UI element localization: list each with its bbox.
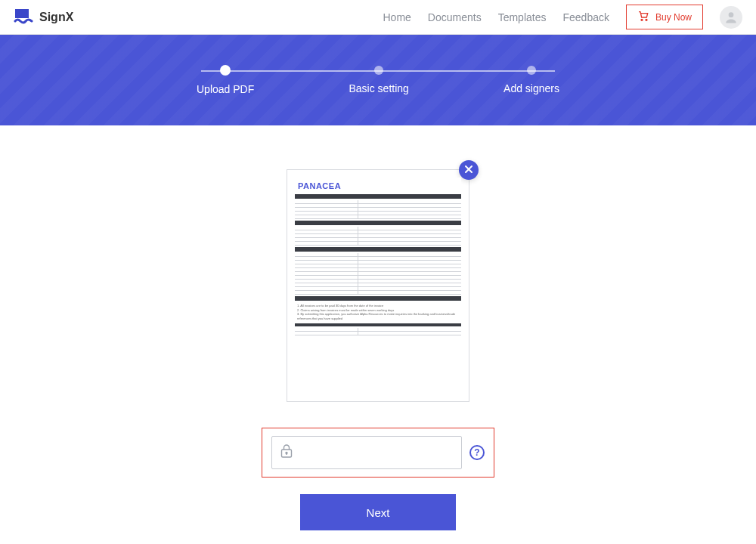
step-dot-icon	[374, 66, 383, 75]
svg-point-1	[641, 19, 643, 20]
lock-icon	[280, 444, 293, 462]
nav-feedback[interactable]: Feedback	[562, 11, 609, 23]
step-basic-setting[interactable]: Basic setting	[349, 66, 408, 94]
password-help-button[interactable]: ?	[469, 445, 485, 460]
close-icon	[464, 164, 473, 176]
nav-documents[interactable]: Documents	[428, 11, 482, 23]
user-avatar[interactable]	[720, 6, 742, 29]
step-label: Add signers	[503, 82, 559, 94]
next-button[interactable]: Next	[300, 494, 456, 530]
step-label: Basic setting	[349, 82, 408, 94]
main-content: PANACEA	[0, 125, 756, 530]
buy-now-button[interactable]: Buy Now	[626, 5, 703, 29]
remove-document-button[interactable]	[459, 160, 479, 180]
top-nav: Home Documents Templates Feedback Buy No…	[383, 5, 743, 29]
cart-icon	[637, 10, 649, 24]
next-button-label: Next	[367, 506, 390, 519]
document-page-thumbnail: PANACEA	[295, 178, 461, 359]
step-label: Upload PDF	[197, 83, 254, 95]
step-add-signers[interactable]: Add signers	[503, 66, 559, 94]
step-dot-icon	[220, 65, 231, 76]
brand-logo[interactable]: SignX	[14, 8, 73, 27]
document-title: PANACEA	[295, 178, 461, 193]
nav-home[interactable]: Home	[383, 11, 411, 23]
brand-name: SignX	[39, 11, 73, 24]
password-section-highlight: ?	[262, 428, 494, 478]
svg-point-3	[729, 12, 734, 17]
step-indicator: Upload PDF Basic setting Add signers	[197, 66, 559, 95]
password-field-wrap[interactable]	[271, 436, 462, 469]
document-preview[interactable]: PANACEA	[287, 169, 469, 402]
question-icon: ?	[474, 447, 479, 458]
logo-icon	[14, 8, 33, 27]
progress-banner: Upload PDF Basic setting Add signers	[0, 35, 756, 125]
document-password-input[interactable]	[299, 447, 454, 459]
svg-point-2	[646, 19, 647, 20]
svg-rect-0	[15, 9, 29, 18]
step-dot-icon	[527, 66, 536, 75]
nav-templates[interactable]: Templates	[498, 11, 547, 23]
app-header: SignX Home Documents Templates Feedback …	[0, 0, 756, 35]
buy-now-label: Buy Now	[655, 12, 692, 23]
document-preview-wrap: PANACEA	[287, 169, 469, 402]
step-upload-pdf[interactable]: Upload PDF	[197, 66, 254, 95]
